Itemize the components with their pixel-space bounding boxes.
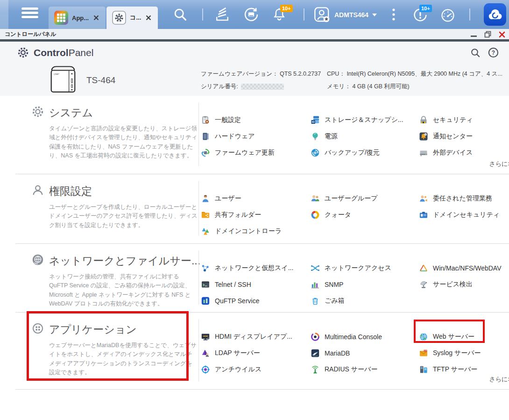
- link-general-settings[interactable]: 一般設定: [201, 112, 311, 128]
- link-label: LDAP サーバー: [215, 349, 260, 357]
- link-column: ネットワークと仮想スイ...Telnet / SSHQuFTP Service: [201, 260, 311, 309]
- link-web-server[interactable]: Web サーバー: [419, 328, 509, 345]
- link-column: Multimedia ConsoleMariaDBMariaDBRADIUS サ…: [311, 328, 419, 377]
- taskbar-tabs: App... コ...: [49, 7, 158, 29]
- section-network-info: ネットワークとファイルサー...ネットワーク接続の管理、共有ファイルに対する Q…: [31, 253, 190, 309]
- link-snmp[interactable]: SNMP: [311, 276, 419, 292]
- link-quftp[interactable]: QuFTP Service: [201, 292, 311, 309]
- link-multimedia-console[interactable]: Multimedia Console: [311, 328, 419, 345]
- tab-control-panel[interactable]: コ...: [106, 7, 158, 29]
- serial-row: シリアル番号:: [201, 80, 321, 93]
- mariadb-icon: MariaDB: [311, 349, 320, 358]
- section-title[interactable]: アプリケーション: [49, 322, 137, 337]
- nas-device-image: QNAP: [47, 64, 79, 94]
- section-title[interactable]: システム: [49, 106, 93, 120]
- link-antivirus[interactable]: アンチウイルス: [201, 361, 311, 377]
- link-column: Win/Mac/NFS/WebDAVサービス検出: [419, 260, 509, 309]
- storage-snapshots-icon: IO: [311, 115, 320, 125]
- link-label: ネットワークアクセス: [325, 264, 391, 272]
- section-divider: [198, 319, 199, 382]
- svg-text:LOG: LOG: [424, 350, 427, 352]
- link-backup-restore[interactable]: バックアップ/復元: [311, 144, 419, 161]
- control-panel-sections: システムタイムゾーンと言語の設定を変更したり、ストレージ領域と外付けデバイスを管…: [15, 96, 509, 390]
- delegated-admin-icon: [419, 194, 428, 203]
- link-power[interactable]: 電源: [311, 128, 419, 144]
- user-name: ADMTS464: [334, 11, 368, 19]
- svg-text:QNAP: QNAP: [54, 73, 59, 75]
- section-title[interactable]: ネットワークとファイルサー...: [49, 254, 200, 268]
- link-user-groups[interactable]: ユーザーグループ: [311, 190, 419, 206]
- link-quota[interactable]: クォータ: [311, 206, 419, 223]
- more-link[interactable]: さらに>: [489, 160, 509, 168]
- link-ldap-server[interactable]: LDAP サーバー: [201, 345, 311, 361]
- minimize-icon[interactable]: [471, 36, 477, 37]
- device-sync-icon[interactable]: [243, 6, 260, 23]
- link-hdmi-display[interactable]: HDMIHDMI ディスプレイアプ...: [201, 328, 311, 345]
- link-label: HDMI ディスプレイアプ...: [215, 333, 292, 341]
- more-link[interactable]: さらに>: [489, 375, 509, 384]
- link-service-discovery[interactable]: サービス検出: [419, 276, 509, 292]
- link-delegated-admin[interactable]: 委任された管理業務: [419, 190, 509, 206]
- link-label: ファームウェア更新: [215, 149, 275, 157]
- link-column: ユーザー共有フォルダードメインコントローラ: [201, 190, 311, 239]
- link-win-mac-nfs-webdav[interactable]: Win/Mac/NFS/WebDAV: [419, 260, 509, 276]
- section-system-info: システムタイムゾーンと言語の設定を変更したり、ストレージ領域と外付けデバイスを管…: [31, 105, 190, 161]
- link-security[interactable]: セキュリティ: [419, 112, 509, 128]
- myqnapcloud-icon[interactable]: [484, 3, 506, 26]
- panel-search-icon[interactable]: [470, 48, 481, 58]
- link-column: 委任された管理業務ドメインセキュリティ: [419, 190, 509, 239]
- cpu-row: CPU： Intel(R) Celeron(R) N5095、最大 2900 M…: [327, 68, 507, 80]
- link-network-access[interactable]: ネットワークアクセス: [311, 260, 419, 276]
- close-icon[interactable]: [499, 31, 505, 38]
- link-notification-center[interactable]: 通知センター: [419, 128, 509, 144]
- system-section-icon: [31, 105, 44, 120]
- search-icon[interactable]: [173, 7, 188, 22]
- link-network-virtual-switch[interactable]: ネットワークと仮想スイ...: [201, 260, 311, 276]
- panel-header: ControlPanel ? QNAP TS-464 ファームウェアバージョン：…: [0, 42, 509, 96]
- win-mac-nfs-webdav-icon: [419, 263, 428, 273]
- network-access-icon: [311, 263, 320, 273]
- link-column: セキュリティ通知センター外部デバイス: [419, 112, 509, 161]
- link-label: ドメインコントローラ: [215, 227, 282, 235]
- hdmi-display-icon: HDMI: [201, 332, 210, 342]
- link-label: 外部デバイス: [433, 149, 473, 157]
- link-users[interactable]: ユーザー: [201, 190, 311, 206]
- tab-close-icon[interactable]: [92, 14, 100, 21]
- link-mariadb[interactable]: MariaDBMariaDB: [311, 345, 419, 361]
- link-recycle-bin[interactable]: ごみ箱: [311, 292, 419, 309]
- link-syslog-server[interactable]: LOGSyslog サーバー: [419, 345, 509, 361]
- link-label: アンチウイルス: [215, 365, 262, 374]
- restore-icon[interactable]: [484, 31, 491, 38]
- tab-label: App...: [72, 14, 89, 21]
- main-menu-icon[interactable]: [21, 7, 40, 21]
- section-title[interactable]: 権限設定: [49, 184, 92, 199]
- device-model: TS-464: [86, 75, 115, 85]
- tab-app-center[interactable]: App...: [49, 7, 106, 29]
- network-section-icon: [31, 253, 44, 268]
- link-telnet-ssh[interactable]: Telnet / SSH: [201, 276, 311, 292]
- link-label: ハードウェア: [215, 132, 255, 141]
- link-label: ネットワークと仮想スイ...: [215, 264, 293, 272]
- tab-close-icon[interactable]: [145, 14, 152, 21]
- svg-text:?: ?: [492, 50, 495, 56]
- background-tasks-icon[interactable]: [215, 7, 230, 22]
- help-icon[interactable]: ?: [488, 47, 499, 58]
- window-title: コントロールパネル: [5, 29, 56, 39]
- more-options-icon[interactable]: [391, 8, 396, 22]
- user-menu[interactable]: ADMTS464: [314, 7, 377, 23]
- link-firmware-update[interactable]: ファームウェア更新: [201, 144, 311, 161]
- link-column: HDMIHDMI ディスプレイアプ...LDAP サーバーアンチウイルス: [201, 328, 311, 377]
- link-domain-security[interactable]: ドメインセキュリティ: [419, 206, 509, 223]
- section-description: ネットワーク接続の管理、共有ファイルに対する QuFTP Service の設定…: [49, 272, 198, 309]
- link-radius-server[interactable]: RADIUS サーバー: [311, 361, 419, 377]
- link-shared-folders[interactable]: 共有フォルダー: [201, 206, 311, 223]
- link-hardware[interactable]: ハードウェア: [201, 128, 311, 144]
- notification-center-icon: [419, 132, 428, 141]
- web-server-icon: [419, 332, 428, 342]
- link-domain-controller[interactable]: ドメインコントローラ: [201, 223, 311, 239]
- link-storage-snapshots[interactable]: IOストレージ＆スナップシ...: [311, 112, 419, 128]
- taskbar-divider: [202, 8, 203, 21]
- link-external-device[interactable]: 外部デバイス: [419, 144, 509, 161]
- backup-restore-icon: [311, 148, 320, 157]
- dashboard-gauge-icon[interactable]: [440, 7, 456, 23]
